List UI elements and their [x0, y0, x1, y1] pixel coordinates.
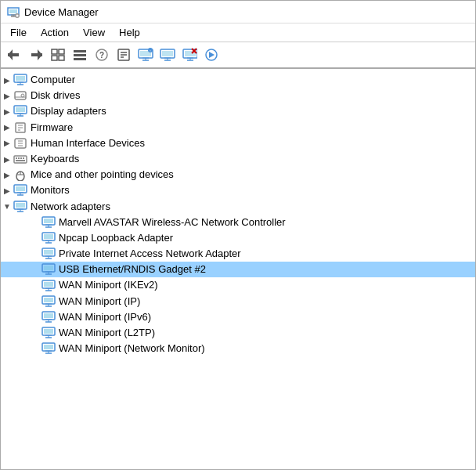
- icon-hid: [13, 136, 27, 150]
- monitor-button[interactable]: ↑: [135, 45, 156, 65]
- tree-item-keyboards[interactable]: ▶ Keyboards: [1, 151, 475, 167]
- svg-rect-71: [16, 160, 25, 161]
- tree-item-wan-ip[interactable]: ▶ WAN Miniport (IP): [1, 294, 475, 309]
- svg-rect-96: [44, 250, 53, 255]
- overview-button[interactable]: [48, 45, 68, 65]
- svg-rect-111: [44, 298, 53, 302]
- menu-action[interactable]: Action: [34, 25, 75, 40]
- svg-rect-12: [59, 49, 64, 54]
- label-disk-drives: Disk drives: [31, 89, 81, 103]
- tree-item-network[interactable]: ▼ Network adapters: [1, 199, 475, 215]
- icon-mouse: [13, 168, 27, 182]
- svg-rect-54: [16, 107, 25, 112]
- svg-point-51: [21, 94, 24, 97]
- label-hid: Human Interface Devices: [31, 136, 145, 150]
- tree-item-firmware[interactable]: ▶ Firmware: [1, 120, 475, 136]
- tree-item-monitors[interactable]: ▶ Monitors: [1, 183, 475, 198]
- back-button[interactable]: [4, 45, 24, 65]
- tree-item-hid[interactable]: ▶ Human Interface Devices: [1, 136, 475, 151]
- toolbar: ? ↑: [1, 42, 475, 69]
- svg-rect-1: [9, 9, 17, 13]
- svg-rect-121: [44, 329, 53, 334]
- tree-item-wan-ipv6[interactable]: ▶ WAN Miniport (IPv6): [1, 309, 475, 325]
- svg-marker-44: [209, 52, 215, 58]
- expander-firmware[interactable]: ▶: [1, 121, 13, 134]
- svg-rect-101: [44, 266, 53, 270]
- properties-button[interactable]: [114, 45, 134, 65]
- svg-rect-86: [44, 219, 53, 223]
- icon-network: [13, 200, 27, 214]
- label-wan-ikev2: WAN Miniport (IKEv2): [59, 278, 158, 292]
- svg-rect-14: [59, 56, 64, 60]
- remove-button[interactable]: [179, 45, 200, 65]
- expander-hid[interactable]: ▶: [1, 137, 13, 150]
- icon-nic-npcap: [41, 231, 56, 245]
- svg-rect-15: [74, 50, 86, 52]
- svg-rect-126: [44, 345, 53, 349]
- help-button[interactable]: ?: [92, 45, 112, 65]
- icon-firmware: [13, 121, 27, 135]
- label-keyboards: Keyboards: [31, 152, 79, 166]
- menu-view[interactable]: View: [77, 25, 111, 40]
- label-pia: Private Internet Access Network Adapter: [59, 247, 241, 261]
- icon-nic-wan-ip: [41, 295, 56, 309]
- svg-text:↑: ↑: [150, 49, 152, 53]
- label-npcap: Npcap Loopback Adapter: [59, 231, 173, 245]
- label-mice: Mice and other pointing devices: [31, 168, 174, 182]
- label-computer: Computer: [31, 73, 75, 87]
- svg-rect-69: [20, 157, 22, 159]
- svg-point-6: [16, 15, 19, 17]
- tree-item-npcap[interactable]: ▶ Npcap Loopback Adapter: [1, 230, 475, 246]
- tree-item-wan-nm[interactable]: ▶ WAN Miniport (Network Monitor): [1, 341, 475, 356]
- svg-rect-67: [16, 157, 17, 159]
- icon-nic-usb: [41, 262, 56, 277]
- icon-computer: [13, 73, 27, 87]
- label-marvell: Marvell AVASTAR Wireless-AC Network Cont…: [59, 215, 286, 230]
- icon-disk: [13, 89, 27, 103]
- menu-file[interactable]: File: [4, 25, 33, 40]
- svg-rect-70: [23, 157, 24, 159]
- menu-bar: File Action View Help: [1, 24, 475, 42]
- svg-rect-116: [44, 313, 53, 318]
- tree-item-marvell[interactable]: ▶ Marvell AVASTAR Wireless-AC Network Co…: [1, 215, 475, 230]
- icon-nic-wan-nm: [41, 342, 56, 356]
- svg-text:?: ?: [99, 51, 104, 60]
- label-wan-nm: WAN Miniport (Network Monitor): [59, 342, 205, 356]
- svg-rect-17: [74, 58, 86, 60]
- label-wan-l2tp: WAN Miniport (L2TP): [59, 326, 155, 340]
- scan-button[interactable]: [201, 45, 222, 65]
- svg-rect-11: [52, 49, 57, 54]
- menu-help[interactable]: Help: [113, 25, 146, 40]
- update-driver-button[interactable]: [157, 45, 178, 65]
- expander-monitors[interactable]: ▶: [1, 184, 13, 197]
- icon-nic-pia: [41, 247, 56, 261]
- label-firmware: Firmware: [31, 121, 73, 135]
- icon-monitor: [13, 183, 27, 197]
- label-monitors: Monitors: [31, 183, 70, 197]
- tree-item-usb-ethernet[interactable]: ▶ USB Ethernet/RNDIS Gadget #2: [1, 262, 475, 277]
- title-bar: Device Manager: [1, 1, 475, 24]
- expander-computer[interactable]: ▶: [1, 74, 13, 86]
- icon-nic-wan-l2tp: [41, 326, 56, 340]
- svg-rect-68: [18, 157, 20, 159]
- label-display: Display adapters: [31, 104, 106, 118]
- tree-item-mice[interactable]: ▶ Mice and other pointing devices: [1, 167, 475, 183]
- expander-mice[interactable]: ▶: [1, 168, 13, 181]
- expander-display[interactable]: ▶: [1, 105, 13, 118]
- svg-rect-8: [8, 53, 19, 56]
- expander-network[interactable]: ▼: [1, 201, 13, 213]
- expander-keyboards[interactable]: ▶: [1, 153, 13, 165]
- icon-nic-wan-ipv6: [41, 310, 56, 324]
- expander-disk[interactable]: ▶: [1, 89, 13, 102]
- list-button[interactable]: [70, 45, 90, 65]
- label-network: Network adapters: [31, 200, 110, 214]
- tree-item-wan-ikev2[interactable]: ▶ WAN Miniport (IKEv2): [1, 277, 475, 293]
- forward-button[interactable]: [26, 45, 46, 65]
- tree-item-disk-drives[interactable]: ▶ Disk drives: [1, 88, 475, 103]
- tree-item-pia[interactable]: ▶ Private Internet Access Network Adapte…: [1, 246, 475, 262]
- app-icon: [7, 5, 20, 18]
- tree-item-wan-l2tp[interactable]: ▶ WAN Miniport (L2TP): [1, 325, 475, 341]
- icon-nic-marvell: [41, 215, 56, 230]
- tree-item-computer[interactable]: ▶ Computer: [1, 72, 475, 88]
- tree-item-display[interactable]: ▶ Display adapters: [1, 103, 475, 119]
